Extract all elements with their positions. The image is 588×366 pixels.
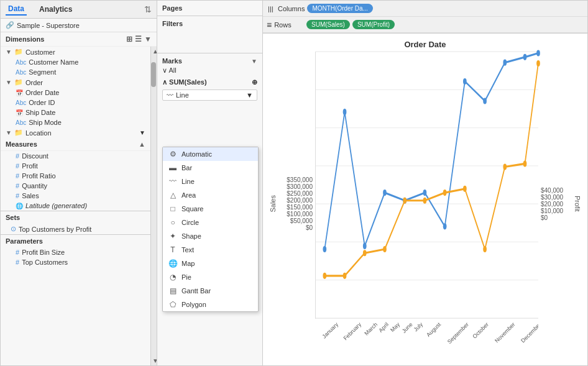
- map-icon: 🌐: [168, 259, 178, 268]
- chart-svg: [316, 52, 538, 318]
- column-pill[interactable]: MONTH(Order Da...: [307, 4, 372, 13]
- scroll-down-btn[interactable]: ▼: [151, 356, 157, 365]
- dropdown-map[interactable]: 🌐 Map: [163, 257, 258, 270]
- dropdown-bar[interactable]: ▬ Bar: [163, 161, 258, 175]
- svg-point-20: [323, 273, 326, 279]
- area-label: Area: [181, 191, 196, 199]
- ship-date-item[interactable]: 📅 Ship Date: [1, 108, 150, 117]
- discount-item[interactable]: # Discount: [1, 151, 150, 161]
- discount-label: Discount: [22, 152, 48, 160]
- svg-point-13: [423, 190, 427, 196]
- pie-icon: ◔: [168, 273, 178, 281]
- abc-icon: Abc: [16, 119, 26, 126]
- dropdown-circle[interactable]: ○ Circle: [163, 216, 258, 229]
- text-icon: T: [168, 245, 178, 254]
- left-scrollbar[interactable]: ▲ ▼: [150, 47, 157, 365]
- order-date-item[interactable]: 📅 Order Date: [1, 88, 150, 98]
- mark-type-selector[interactable]: 〰 Line ▼: [162, 89, 257, 101]
- x-axis: January February March April May June Ju…: [315, 319, 538, 356]
- svg-point-9: [343, 109, 347, 115]
- datasource-icon: 🔗: [6, 21, 14, 29]
- line-icon: 〰: [168, 177, 178, 186]
- row-pill-sales[interactable]: SUM(Sales): [306, 20, 350, 29]
- dropdown-square[interactable]: □ Square: [163, 202, 258, 216]
- dropdown-area[interactable]: △ Area: [163, 188, 258, 202]
- order-id-item[interactable]: Abc Order ID: [1, 98, 150, 108]
- latitude-item[interactable]: 🌐 Latitude (generated): [1, 201, 150, 211]
- top-customers-param-item[interactable]: # Top Customers: [1, 257, 150, 267]
- measures-up-icon[interactable]: ▲: [139, 140, 145, 148]
- profit-bin-size-item[interactable]: # Profit Bin Size: [1, 247, 150, 257]
- order-group-header[interactable]: ▼ 📁 Order: [1, 77, 150, 88]
- ship-mode-item[interactable]: Abc Ship Mode: [1, 117, 150, 127]
- segment-item[interactable]: Abc Segment: [1, 67, 150, 77]
- quantity-label: Quantity: [22, 182, 47, 190]
- polygon-label: Polygon: [181, 301, 206, 308]
- top-customers-param-label: Top Customers: [22, 258, 68, 266]
- sum-sales-label: ∧ SUM(Sales): [162, 78, 207, 86]
- pages-label: Pages: [162, 4, 182, 12]
- dropdown-line[interactable]: 〰 Line: [163, 175, 258, 188]
- dropdown-pie[interactable]: ◔ Pie: [163, 270, 258, 284]
- chart-inner: Sales $350,000 $300,000 $250,000 $200,00…: [269, 52, 581, 356]
- measures-header: Measures ▲: [1, 138, 150, 151]
- data-tab[interactable]: Data: [6, 3, 27, 16]
- folder-icon: 📁: [14, 78, 23, 86]
- y-right-40k: $40,000: [541, 187, 563, 194]
- svg-point-19: [536, 50, 540, 56]
- profit-item[interactable]: # Profit: [1, 161, 150, 171]
- circle-icon: ○: [168, 218, 178, 227]
- scrollbar-thumb[interactable]: [151, 62, 156, 87]
- rows-shelf: ≡ Rows SUM(Sales) SUM(Profit): [263, 17, 587, 33]
- columns-text: Columns: [278, 5, 305, 12]
- profit-ratio-item[interactable]: # Profit Ratio: [1, 171, 150, 181]
- mark-type-dropdown: ⚙ Automatic ▬ Bar 〰 Line △ Area: [162, 147, 259, 312]
- sum-sales-row[interactable]: ∧ SUM(Sales) ⊕: [162, 76, 257, 88]
- sort-icon[interactable]: ⇅: [144, 4, 152, 14]
- dropdown-polygon[interactable]: ⬠ Polygon: [163, 298, 258, 311]
- list-icon[interactable]: ☰: [135, 35, 142, 43]
- top-customers-set[interactable]: ⊙ Top Customers by Profit: [1, 224, 150, 234]
- svg-point-15: [463, 78, 467, 85]
- analytics-tab[interactable]: Analytics: [37, 4, 75, 15]
- parameters-label: Parameters: [6, 237, 43, 245]
- dropdown-gantt[interactable]: ▤ Gantt Bar: [163, 284, 258, 298]
- customer-name-item[interactable]: Abc Customer Name: [1, 57, 150, 67]
- grid-icon[interactable]: ⊞: [126, 35, 132, 43]
- map-label: Map: [181, 260, 195, 267]
- scroll-up-btn[interactable]: ▲: [151, 47, 157, 56]
- circle-label: Circle: [181, 219, 199, 226]
- customer-group-header[interactable]: ▼ 📁 Customer: [1, 47, 150, 57]
- arrow-icon: ▼: [6, 79, 12, 86]
- all-row[interactable]: ∨ All: [162, 65, 257, 76]
- svg-point-28: [483, 246, 487, 252]
- marks-label: Marks ▼: [162, 57, 257, 65]
- shelf-area: ⫼ Columns MONTH(Order Da... ≡ Rows SUM(S…: [263, 1, 587, 34]
- dimensions-label: Dimensions: [6, 35, 44, 43]
- y-right-20k: $20,000: [541, 201, 563, 208]
- dropdown-shape[interactable]: ✦ Shape: [163, 229, 258, 243]
- dropdown-arrow[interactable]: ▼: [246, 91, 253, 99]
- svg-point-14: [443, 223, 447, 229]
- location-group-header[interactable]: ▼ 📁 Location ▼: [1, 127, 150, 138]
- abc-icon: Abc: [16, 69, 26, 76]
- y-axis-left: $350,000 $300,000 $250,000 $200,000 $150…: [278, 176, 315, 231]
- sets-label: Sets: [6, 214, 20, 221]
- add-icon[interactable]: ▼: [144, 35, 152, 43]
- customer-name-label: Customer Name: [29, 58, 78, 66]
- folder-icon: 📁: [14, 129, 23, 137]
- row-pill-profit[interactable]: SUM(Profit): [352, 20, 395, 29]
- gantt-label: Gantt Bar: [181, 287, 211, 295]
- quantity-item[interactable]: # Quantity: [1, 181, 150, 191]
- datasource-row: 🔗 Sample - Superstore: [1, 19, 157, 32]
- y-left-250: $250,000: [287, 190, 313, 197]
- svg-point-29: [503, 163, 507, 170]
- customer-group: ▼ 📁 Customer Abc Customer Name Abc Segme…: [1, 47, 150, 77]
- hash-icon: #: [16, 172, 19, 180]
- y-right-10k: $10,000: [541, 208, 563, 214]
- bar-icon: ▬: [168, 163, 178, 172]
- sales-item[interactable]: # Sales: [1, 191, 150, 201]
- dropdown-text[interactable]: T Text: [163, 243, 258, 257]
- dropdown-automatic[interactable]: ⚙ Automatic: [163, 147, 258, 161]
- y-axis-right-title: Profit: [574, 196, 581, 212]
